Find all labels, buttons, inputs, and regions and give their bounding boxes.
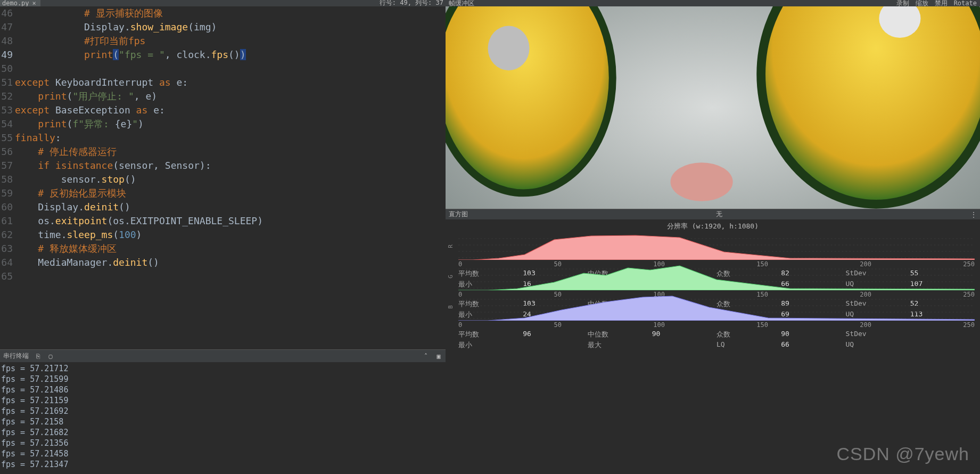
terminal-title: 串行终端 [3,352,29,361]
cursor-position: 行号: 49, 列号: 37 [380,0,443,7]
svg-point-2 [488,26,529,71]
chevron-up-icon[interactable]: ˄ [422,353,430,360]
histogram-channel-b: B050100150200250平均数96中位数90众数90StDev最小最大L… [458,294,975,323]
link-icon[interactable]: ⎘ [34,353,42,360]
terminal-bar: 串行终端 ⎘ ▢ ˄ ▣ [0,349,446,362]
histogram-panel: R050100150200250平均数103中位数90众数82StDev55最小… [446,233,980,324]
histogram-channel-r: R050100150200250平均数103中位数90众数82StDev55最小… [458,233,975,263]
histogram-menu-icon[interactable]: ⋮ [967,211,980,218]
code-body[interactable]: # 显示捕获的图像 Display.show_image(img) #打印当前f… [15,6,446,349]
resolution-label: 分辨率 (w:1920, h:1080) [446,219,980,233]
code-editor[interactable]: 4647484950515253545556575859606162636465… [0,6,446,349]
camera-preview [446,6,980,209]
preview-toolbar: 帧缓冲区 录制 缩放 禁用 Rotate [446,0,980,6]
histogram-mode[interactable]: 无 [471,210,967,219]
editor-tabbar: demo.py × 行号: 49, 列号: 37 [0,0,446,6]
file-tab[interactable]: demo.py × [0,0,40,6]
dock-icon[interactable]: ▣ [435,353,442,360]
terminal-output[interactable]: fps = 57.21712fps = 57.21599fps = 57.214… [0,362,446,474]
histogram-title: 直方图 [446,210,471,219]
histogram-channel-g: G050100150200250平均数103中位数89众数89StDev52最小… [458,264,975,293]
histogram-bar: 直方图 无 ⋮ [446,209,980,219]
svg-point-5 [671,162,733,201]
line-gutter: 4647484950515253545556575859606162636465 [0,6,15,349]
save-icon[interactable]: ▢ [47,353,54,360]
